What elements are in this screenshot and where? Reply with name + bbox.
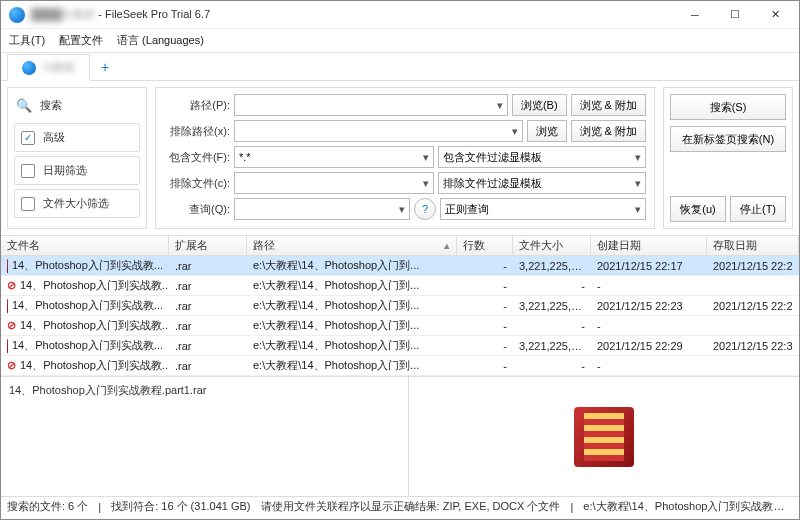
col-saved[interactable]: 存取日期 [707,236,799,255]
cell-created: - [591,280,707,292]
table-row[interactable]: ⊘14、Photoshop入门到实战教....rare:\大教程\14、Phot… [1,316,799,336]
action-panel: 搜索(S) 在新标签页搜索(N) 恢复(u) 停止(T) [663,87,793,229]
cell-filename: 14、Photoshop入门到实战教... [12,258,163,273]
search-form: 路径(P): ▾ 浏览(B) 浏览 & 附加 排除路径(x): ▾ 浏览 浏览 … [155,87,655,229]
exclude-files-label: 排除文件(c): [164,176,230,191]
cell-saved: 2021/12/15 22:2 [707,260,799,272]
chevron-down-icon: ▾ [631,151,641,164]
browse-add2-button[interactable]: 浏览 & 附加 [571,120,646,142]
cell-ext: .rar [169,280,247,292]
table-row[interactable]: ⊘14、Photoshop入门到实战教....rare:\大教程\14、Phot… [1,276,799,296]
exclude-files-input[interactable]: ▾ [234,172,434,194]
sidebar-size-filter[interactable]: 文件大小筛选 [14,189,140,218]
status-bar: 搜索的文件: 6 个 | 找到符合: 16 个 (31.041 GB) 请使用文… [1,496,799,516]
chevron-down-icon: ▾ [631,177,641,190]
restore-button[interactable]: 恢复(u) [670,196,726,222]
cell-size: 3,221,225,472 [513,300,591,312]
chevron-down-icon: ▾ [395,203,405,216]
archive-icon [7,299,8,313]
browse2-button[interactable]: 浏览 [527,120,567,142]
checkbox-icon [21,197,35,211]
cell-created: - [591,320,707,332]
path-label: 路径(P): [164,98,230,113]
table-row[interactable]: 14、Photoshop入门到实战教....rare:\大教程\14、Photo… [1,336,799,356]
cell-path: e:\大教程\14、Photoshop入门到... [247,338,457,353]
window-title: ████大教程 - FileSeek Pro Trial 6.7 [31,7,675,22]
col-ext[interactable]: 扩展名 [169,236,247,255]
query-label: 查询(Q): [164,202,230,217]
exclude-path-label: 排除路径(x): [164,124,230,139]
cell-filename: 14、Photoshop入门到实战教... [20,278,169,293]
error-icon: ⊘ [7,319,16,332]
chevron-down-icon: ▾ [419,177,429,190]
cell-ext: .rar [169,260,247,272]
sidebar-advanced[interactable]: ✓高级 [14,123,140,152]
sidebar-date-filter[interactable]: 日期筛选 [14,156,140,185]
tab-icon [22,61,36,75]
search-button[interactable]: 搜索(S) [670,94,786,120]
query-input[interactable]: ▾ [234,198,410,220]
tab-current[interactable]: 大教程 [7,54,90,81]
preview-thumbnail-area [409,377,800,496]
exclude-path-input[interactable]: ▾ [234,120,523,142]
cell-filename: 14、Photoshop入门到实战教... [20,358,169,373]
path-input[interactable]: ▾ [234,94,508,116]
include-filter-select[interactable]: 包含文件过滤显模板▾ [438,146,646,168]
col-filename[interactable]: 文件名 [1,236,169,255]
archive-icon [7,259,8,273]
grid-header: 文件名 扩展名 路径▴ 行数 文件大小 创建日期 存取日期 [1,236,799,256]
chevron-down-icon: ▾ [631,203,641,216]
menu-tools[interactable]: 工具(T) [9,33,45,48]
preview-pane: 14、Photoshop入门到实战教程.part1.rar [1,376,799,496]
chevron-down-icon: ▾ [508,125,518,138]
cell-filename: 14、Photoshop入门到实战教... [20,318,169,333]
cell-lines: - [457,280,513,292]
col-size[interactable]: 文件大小 [513,236,591,255]
browse-button[interactable]: 浏览(B) [512,94,567,116]
chevron-down-icon: ▾ [493,99,503,112]
table-row[interactable]: 14、Photoshop入门到实战教....rare:\大教程\14、Photo… [1,296,799,316]
cell-filename: 14、Photoshop入门到实战教... [12,298,163,313]
cell-ext: .rar [169,340,247,352]
cell-size: 3,221,225,472 [513,340,591,352]
query-mode-select[interactable]: 正则查询▾ [440,198,646,220]
table-row[interactable]: 14、Photoshop入门到实战教....rare:\大教程\14、Photo… [1,256,799,276]
checkbox-icon: ✓ [21,131,35,145]
menu-language[interactable]: 语言 (Languages) [117,33,204,48]
preview-filename: 14、Photoshop入门到实战教程.part1.rar [1,377,409,496]
browse-add-button[interactable]: 浏览 & 附加 [571,94,646,116]
help-button[interactable]: ? [414,198,436,220]
error-icon: ⊘ [7,359,16,372]
minimize-button[interactable]: ─ [675,2,715,28]
chevron-down-icon: ▾ [419,151,429,164]
cell-path: e:\大教程\14、Photoshop入门到... [247,258,457,273]
cell-path: e:\大教程\14、Photoshop入门到... [247,278,457,293]
include-files-label: 包含文件(F): [164,150,230,165]
status-searched: 搜索的文件: 6 个 [7,499,88,514]
include-files-input[interactable]: *.*▾ [234,146,434,168]
status-hint: 请使用文件关联程序以显示正确结果: ZIP, EXE, DOCX 个文件 [261,499,561,514]
titlebar: ████大教程 - FileSeek Pro Trial 6.7 ─ ☐ ✕ [1,1,799,29]
stop-button[interactable]: 停止(T) [730,196,786,222]
col-lines[interactable]: 行数 [457,236,513,255]
cell-size: - [513,320,591,332]
archive-icon [574,407,634,467]
table-row[interactable]: ⊘14、Photoshop入门到实战教....rare:\大教程\14、Phot… [1,356,799,376]
cell-path: e:\大教程\14、Photoshop入门到... [247,358,457,373]
cell-created: 2021/12/15 22:23 [591,300,707,312]
col-created[interactable]: 创建日期 [591,236,707,255]
cell-ext: .rar [169,300,247,312]
search-newtab-button[interactable]: 在新标签页搜索(N) [670,126,786,152]
error-icon: ⊘ [7,279,16,292]
exclude-filter-select[interactable]: 排除文件过滤显模板▾ [438,172,646,194]
cell-created: 2021/12/15 22:17 [591,260,707,272]
cell-lines: - [457,340,513,352]
sidebar-search-heading[interactable]: 🔍搜索 [14,94,140,119]
maximize-button[interactable]: ☐ [715,2,755,28]
menu-config[interactable]: 配置文件 [59,33,103,48]
results-grid: 文件名 扩展名 路径▴ 行数 文件大小 创建日期 存取日期 14、Photosh… [1,235,799,376]
close-button[interactable]: ✕ [755,2,795,28]
col-path[interactable]: 路径▴ [247,236,457,255]
add-tab-button[interactable]: + [89,54,121,80]
cell-path: e:\大教程\14、Photoshop入门到... [247,318,457,333]
